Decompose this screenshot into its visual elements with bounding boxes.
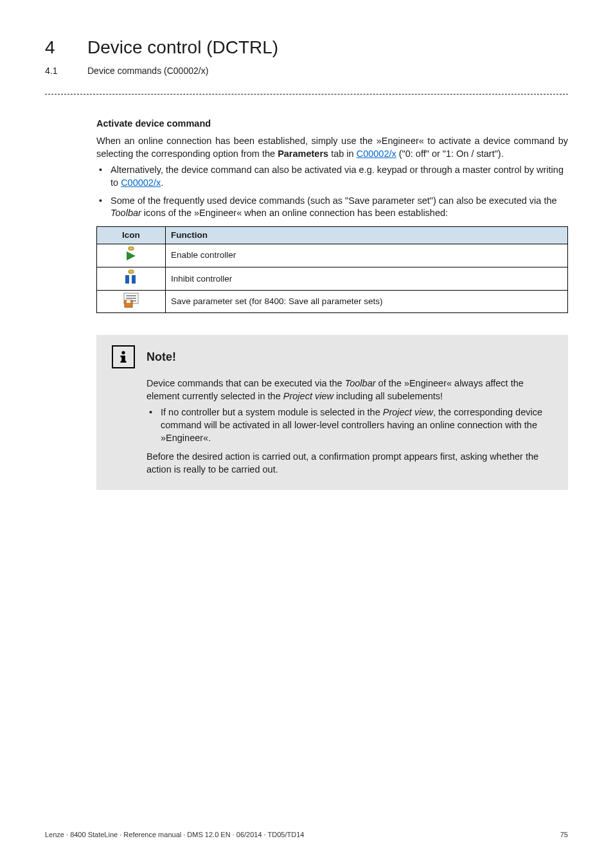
separator [45, 94, 568, 95]
svg-rect-1 [129, 247, 134, 250]
table-row: Enable controller [97, 244, 568, 267]
note-box: Note! Device commands that can be execut… [96, 335, 568, 490]
bullet-1-post: . [161, 177, 163, 188]
icon-function-table: Icon Function Enable controller [96, 226, 568, 314]
note-para1-italic2: Project view [283, 391, 333, 401]
bullet-1: Alternatively, the device command can al… [109, 164, 568, 189]
svg-rect-13 [121, 356, 123, 357]
table-row: Save parameter set (for 8400: Save all p… [97, 291, 568, 313]
parameters-label: Parameters [278, 149, 328, 159]
table-cell-function: Enable controller [166, 244, 568, 267]
section-number: 4 [45, 35, 66, 60]
table-header-icon: Icon [97, 226, 166, 244]
note-para2: Before the desired action is carried out… [147, 451, 555, 476]
note-para1-pre: Device commands that can be executed via… [147, 378, 345, 388]
bullet-2-italic: Toolbar [111, 208, 141, 218]
note-bullets: If no controller but a system module is … [147, 406, 555, 444]
body-bullets: Alternatively, the device command can al… [96, 164, 568, 219]
bullet-2-post: icons of the »Engineer« when an online c… [141, 208, 448, 218]
info-icon [112, 345, 135, 368]
svg-rect-3 [132, 275, 136, 284]
subsection-number: 4.1 [45, 65, 66, 77]
subsection-title: Device commands (C00002/x) [87, 65, 208, 77]
note-title: Note! [147, 349, 176, 365]
enable-controller-icon [123, 246, 139, 266]
note-bullet-italic: Project view [383, 407, 433, 417]
intro-paragraph: When an online connection has been estab… [96, 135, 568, 160]
table-row: Inhibit controller [97, 267, 568, 291]
bullet-2-pre: Some of the frequently used device comma… [111, 195, 557, 206]
link-c00002x-2[interactable]: C00002/x [121, 177, 161, 188]
svg-rect-14 [121, 361, 127, 363]
bullet-1-pre: Alternatively, the device command can al… [111, 165, 564, 188]
svg-rect-2 [125, 275, 129, 284]
intro-text-mid: tab in [328, 149, 357, 159]
save-parameter-set-icon [123, 293, 139, 311]
intro-text-post: ("0: off" or "1: On / start"). [396, 149, 504, 159]
table-cell-function: Inhibit controller [166, 267, 568, 291]
svg-point-11 [121, 351, 125, 354]
svg-rect-10 [127, 300, 130, 303]
note-para1: Device commands that can be executed via… [147, 377, 555, 402]
footer-text: Lenze · 8400 StateLine · Reference manua… [45, 830, 304, 840]
table-header-function: Function [166, 226, 568, 244]
inhibit-controller-icon [123, 269, 139, 289]
page-number: 75 [560, 830, 568, 840]
body-heading: Activate device command [96, 118, 568, 131]
note-bullet-pre: If no controller but a system module is … [161, 407, 383, 417]
svg-rect-4 [129, 270, 134, 273]
note-para1-italic1: Toolbar [345, 378, 376, 388]
section-title: Device control (DCTRL) [87, 35, 278, 60]
svg-marker-0 [127, 251, 136, 260]
link-c00002x-1[interactable]: C00002/x [357, 149, 396, 159]
table-cell-function: Save parameter set (for 8400: Save all p… [166, 291, 568, 313]
note-para1-post: including all subelements! [333, 391, 443, 401]
bullet-2: Some of the frequently used device comma… [109, 195, 568, 220]
note-bullet-1: If no controller but a system module is … [159, 406, 555, 444]
